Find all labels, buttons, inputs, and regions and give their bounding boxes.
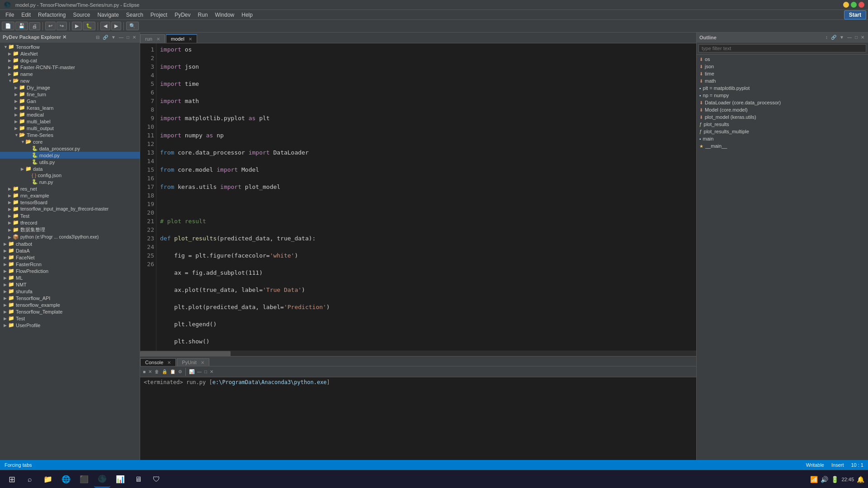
- close-pyunit-tab[interactable]: ✕: [201, 360, 204, 365]
- outline-item-plot-results[interactable]: ƒ plot_results: [698, 121, 867, 128]
- tab-console[interactable]: Console ✕: [140, 358, 176, 366]
- menu-navigate[interactable]: Navigate: [94, 11, 122, 19]
- menu-edit[interactable]: Edit: [18, 11, 34, 19]
- toolbar-back[interactable]: ◀: [100, 22, 110, 30]
- close-console-tab[interactable]: ✕: [167, 360, 171, 365]
- toolbar-new[interactable]: 📄: [2, 22, 14, 30]
- console-view-icon[interactable]: 📊: [188, 369, 195, 375]
- tab-run[interactable]: run ✕: [140, 34, 165, 43]
- network-icon[interactable]: 📶: [810, 476, 818, 483]
- toolbar-print[interactable]: 🖨: [29, 22, 40, 30]
- volume-icon[interactable]: 🔊: [821, 476, 828, 483]
- console-copy-icon[interactable]: 📋: [169, 369, 176, 375]
- tree-item-model-py[interactable]: 🐍 model.py: [0, 152, 140, 159]
- maximize-button[interactable]: [851, 2, 857, 8]
- toolbar-forward[interactable]: ▶: [111, 22, 121, 30]
- console-settings-icon[interactable]: ⚙: [177, 369, 183, 375]
- taskbar-clock[interactable]: 22:45: [841, 477, 854, 482]
- minimize-panel-icon[interactable]: —: [118, 34, 124, 40]
- tree-item-userprofile[interactable]: ▶ 📁 UserProfile: [0, 322, 140, 328]
- outline-item-os[interactable]: ⬇ os: [698, 56, 867, 63]
- battery-icon[interactable]: 🔋: [831, 476, 839, 483]
- tree-item-res-net[interactable]: ▶ 📁 res_net: [0, 185, 140, 192]
- editor-scroll-bar[interactable]: [140, 351, 696, 356]
- toolbar-debug[interactable]: 🐛: [83, 22, 95, 30]
- outline-item-np[interactable]: ▪ np = numpy: [698, 92, 867, 99]
- menu-icon[interactable]: ▼: [110, 34, 117, 40]
- outline-link-icon[interactable]: 🔗: [830, 34, 837, 40]
- taskbar-file-explorer[interactable]: 📁: [40, 471, 56, 488]
- menu-help[interactable]: Help: [238, 11, 256, 19]
- tree-item-name[interactable]: ▶ 📁 name: [0, 70, 140, 77]
- console-remove-icon[interactable]: ✕: [147, 369, 153, 375]
- tree-item-test1[interactable]: ▶ 📁 Test: [0, 212, 140, 219]
- minimize-button[interactable]: [843, 2, 849, 8]
- taskbar-terminal[interactable]: ⬛: [76, 471, 92, 488]
- tree-item-rnn-example[interactable]: ▶ 📁 rnn_example: [0, 192, 140, 199]
- code-editor[interactable]: import os import json import time import…: [156, 43, 696, 351]
- console-terminate-icon[interactable]: ■: [142, 369, 146, 375]
- tree-item-data-processor[interactable]: 🐍 data_processor.py: [0, 145, 140, 152]
- outline-maximize-icon[interactable]: □: [854, 34, 859, 40]
- tab-pyunit[interactable]: PyUnit ✕: [177, 358, 209, 366]
- tree-item-flowprediction[interactable]: ▶ 📁 FlowPrediction: [0, 267, 140, 274]
- console-maximize-icon[interactable]: □: [203, 369, 208, 375]
- tree-item-chinese[interactable]: ▶ 📁 数据集整理: [0, 226, 140, 234]
- close-button[interactable]: [859, 2, 864, 8]
- tree-item-tensorboard[interactable]: ▶ 📁 tensorBoard: [0, 199, 140, 206]
- outline-item-plt[interactable]: ▪ plt = matplotlib.pyplot: [698, 84, 867, 92]
- toolbar-search[interactable]: 🔍: [126, 22, 139, 30]
- console-close-icon[interactable]: ✕: [209, 369, 214, 375]
- tree-item-ml[interactable]: ▶ 📁 ML: [0, 274, 140, 281]
- menu-source[interactable]: Source: [69, 11, 94, 19]
- tree-item-multi-label[interactable]: ▶ 📁 multi_label: [0, 118, 140, 125]
- outline-filter-input[interactable]: [698, 44, 866, 52]
- outline-item-plot-results-multiple[interactable]: ƒ plot_results_multiple: [698, 128, 867, 135]
- taskbar-app1[interactable]: 📊: [112, 471, 128, 488]
- tree-item-facenet[interactable]: ▶ 📁 FaceNet: [0, 254, 140, 261]
- toolbar-undo[interactable]: ↩: [45, 22, 56, 30]
- tree-item-tensorflow[interactable]: ▼ 📁 Tensorflow: [0, 43, 140, 50]
- close-model-tab[interactable]: ✕: [189, 37, 192, 42]
- tree-item-data[interactable]: ▶ 📁 data: [0, 165, 140, 172]
- tree-item-time-series[interactable]: ▼ 📂 Time-Series: [0, 131, 140, 138]
- outline-item-model[interactable]: ⬇ Model (core.model): [698, 106, 867, 113]
- close-run-tab[interactable]: ✕: [156, 37, 160, 42]
- outline-item-json[interactable]: ⬇ json: [698, 63, 867, 70]
- outline-minimize-icon[interactable]: —: [846, 34, 853, 40]
- outline-sort-icon[interactable]: ↕: [825, 34, 829, 40]
- collapse-all-icon[interactable]: ⊟: [95, 34, 100, 40]
- tree-item-core[interactable]: ▼ 📂 core: [0, 138, 140, 145]
- tree-item-keras-learn[interactable]: ▶ 📁 Keras_learn: [0, 104, 140, 111]
- menu-refactoring[interactable]: Refactoring: [34, 11, 69, 19]
- outline-item-math[interactable]: ⬇ math: [698, 77, 867, 84]
- link-icon[interactable]: 🔗: [102, 34, 109, 40]
- outline-close-icon[interactable]: ✕: [860, 34, 865, 40]
- outline-item-dataloader[interactable]: ⬇ DataLoader (core.data_processor): [698, 99, 867, 106]
- toolbar-save[interactable]: 💾: [15, 22, 28, 30]
- tree-item-tf-example[interactable]: ▶ 📁 tensorflow_example: [0, 301, 140, 308]
- taskbar-chrome[interactable]: 🌐: [58, 471, 74, 488]
- menu-search[interactable]: Search: [123, 11, 147, 19]
- tree-item-dataa[interactable]: ▶ 📁 DataA: [0, 247, 140, 254]
- tree-item-shurufa[interactable]: ▶ 📁 shurufa: [0, 288, 140, 295]
- menu-window[interactable]: Window: [212, 11, 238, 19]
- taskbar-search-icon[interactable]: ⌕: [22, 471, 38, 488]
- outline-menu-icon[interactable]: ▼: [839, 34, 845, 40]
- outline-item-main[interactable]: ▪ main: [698, 135, 867, 142]
- tree-item-chatbot[interactable]: ▶ 📁 chatbot: [0, 240, 140, 247]
- tree-item-utils-py[interactable]: 🐍 utils.py: [0, 159, 140, 165]
- tree-item-python-pkg[interactable]: ▶ 📦 python (e:\Progr ... conda3\python.e…: [0, 234, 140, 240]
- tree-item-diy-image[interactable]: ▶ 📁 Diy_image: [0, 84, 140, 91]
- start-menu-button[interactable]: ⊞: [4, 471, 20, 488]
- tree-item-fine-turn[interactable]: ▶ 📁 fine_turn: [0, 91, 140, 98]
- toolbar-redo[interactable]: ↪: [57, 22, 67, 30]
- tree-item-faster-rcnn[interactable]: ▶ 📁 Faster-RCNN-TF-master: [0, 64, 140, 70]
- outline-item-dunder-main[interactable]: ★ __main__: [698, 142, 867, 150]
- tree-item-tf-input[interactable]: ▶ 📁 tensorflow_input_image_by_tfrecord-m…: [0, 206, 140, 212]
- console-clear-icon[interactable]: 🗑: [154, 369, 160, 375]
- tree-item-nmt[interactable]: ▶ 📁 NMT: [0, 281, 140, 288]
- tree-item-tfrecord[interactable]: ▶ 📁 tfrecord: [0, 219, 140, 226]
- outline-item-time[interactable]: ⬇ time: [698, 70, 867, 77]
- tree-item-new[interactable]: ▼ 📂 new: [0, 77, 140, 84]
